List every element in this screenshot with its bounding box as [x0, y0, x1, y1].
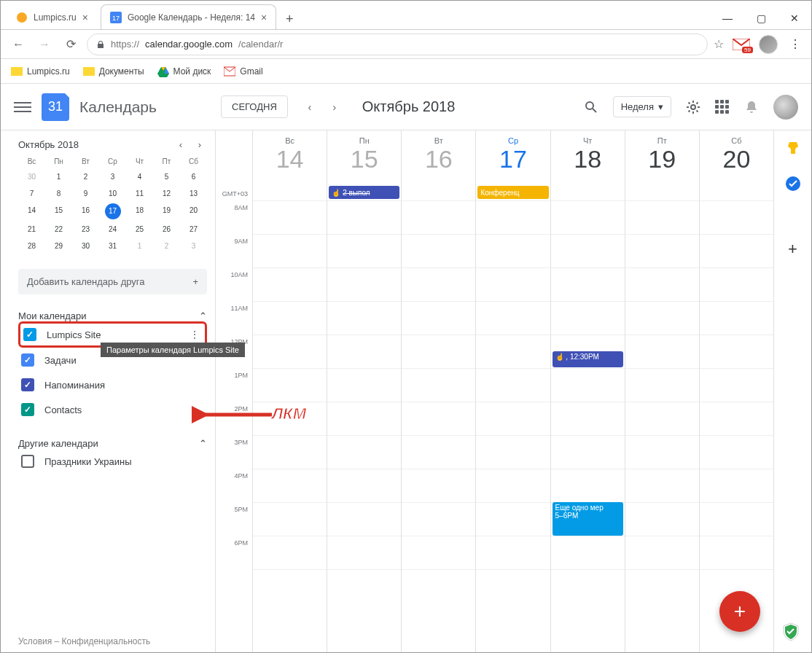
day-column[interactable] — [327, 200, 401, 652]
browser-profile-avatar[interactable] — [759, 35, 778, 54]
mini-day[interactable]: 6 — [180, 168, 207, 185]
mini-day[interactable]: 23 — [72, 221, 99, 238]
today-button[interactable]: СЕГОДНЯ — [221, 95, 288, 118]
footer-links[interactable]: Условия – Конфиденциальность — [18, 627, 207, 652]
mini-day[interactable]: 15 — [45, 202, 72, 221]
calendar-event[interactable]: ☝ , 12:30PM — [553, 351, 623, 367]
calendar-item[interactable]: Праздники Украины — [18, 449, 207, 474]
bookmark-item[interactable]: Gmail — [224, 66, 262, 77]
calendar-checkbox[interactable] — [21, 455, 34, 468]
calendar-checkbox[interactable] — [21, 403, 34, 416]
adguard-shield-icon[interactable] — [781, 622, 801, 642]
mini-day[interactable]: 22 — [45, 221, 72, 238]
day-header[interactable]: Вт16 — [401, 130, 475, 200]
bookmark-item[interactable]: Документы — [83, 66, 144, 77]
mini-day[interactable]: 30 — [18, 168, 45, 185]
mini-day[interactable]: 10 — [99, 185, 126, 202]
mini-day[interactable]: 1 — [45, 168, 72, 185]
mini-day[interactable]: 9 — [72, 185, 99, 202]
collapse-icon[interactable]: ⌃ — [199, 438, 207, 449]
window-minimize[interactable]: — — [711, 1, 744, 36]
day-header[interactable]: Чт18 — [550, 130, 625, 200]
window-close[interactable]: ✕ — [778, 1, 811, 36]
gmail-notifier[interactable]: 59 — [733, 39, 750, 50]
collapse-icon[interactable]: ⌃ — [199, 310, 207, 321]
day-header[interactable]: Вс14 — [252, 130, 327, 200]
mini-day[interactable]: 24 — [99, 221, 126, 238]
mini-day[interactable]: 3 — [99, 168, 126, 185]
address-bar[interactable]: https://calendar.google.com/calendar/r — [87, 34, 708, 55]
reload-button[interactable]: ⟳ — [60, 34, 81, 55]
browser-menu-icon[interactable]: ⋮ — [786, 37, 804, 51]
mini-day[interactable]: 2 — [153, 238, 180, 254]
browser-tab-2[interactable]: 17 Google Календарь - Неделя: 14 × — [101, 4, 276, 29]
mini-day[interactable]: 8 — [45, 185, 72, 202]
settings-gear-icon[interactable] — [682, 95, 705, 119]
close-icon[interactable]: × — [261, 12, 267, 23]
mini-day[interactable]: 12 — [153, 185, 180, 202]
mini-day[interactable]: 20 — [180, 202, 207, 221]
mini-day[interactable]: 29 — [45, 238, 72, 254]
calendar-item[interactable]: Contacts — [18, 397, 207, 422]
next-week-button[interactable]: › — [323, 95, 346, 119]
calendar-checkbox[interactable] — [23, 328, 36, 341]
main-menu-icon[interactable] — [14, 98, 31, 116]
addons-plus-icon[interactable]: + — [788, 240, 797, 259]
mini-day[interactable]: 21 — [18, 221, 45, 238]
bookmark-item[interactable]: Мой диск — [157, 66, 211, 77]
allday-event[interactable]: ☝2 выпол — [329, 186, 399, 199]
day-column[interactable] — [475, 200, 550, 652]
mini-day[interactable]: 27 — [180, 221, 207, 238]
day-header[interactable]: Ср17Конференц — [475, 130, 550, 200]
mini-day[interactable]: 18 — [126, 202, 153, 221]
bookmark-item[interactable]: Lumpics.ru — [11, 66, 70, 77]
add-friend-calendar[interactable]: Добавить календарь друга + — [18, 269, 207, 294]
calendar-event[interactable]: Еще одно мер 5–6PM — [553, 502, 623, 536]
mini-day[interactable]: 11 — [126, 185, 153, 202]
mini-day[interactable]: 5 — [153, 168, 180, 185]
day-header[interactable]: Пн15☝2 выпол — [327, 130, 401, 200]
day-column[interactable] — [252, 200, 327, 652]
back-button[interactable]: ← — [8, 34, 28, 55]
tasks-icon[interactable] — [785, 176, 801, 192]
mini-day[interactable]: 13 — [180, 185, 207, 202]
create-event-fab[interactable]: + — [719, 591, 760, 632]
calendar-options-icon[interactable]: ⋮ — [187, 329, 202, 340]
calendar-item[interactable]: Lumpics Site⋮Параметры календаря Lumpics… — [18, 321, 207, 348]
calendar-item[interactable]: Напоминания — [18, 372, 207, 397]
mini-day[interactable]: 3 — [180, 238, 207, 254]
mini-day[interactable]: 17 — [105, 203, 121, 219]
calendar-checkbox[interactable] — [21, 378, 34, 391]
bookmark-star-icon[interactable]: ☆ — [714, 37, 724, 51]
mini-day[interactable]: 14 — [18, 202, 45, 221]
day-column[interactable] — [699, 200, 773, 652]
mini-day[interactable]: 4 — [126, 168, 153, 185]
mini-day[interactable]: 7 — [18, 185, 45, 202]
mini-next-month[interactable]: › — [192, 139, 207, 150]
mini-day[interactable]: 19 — [153, 202, 180, 221]
notifications-bell-icon[interactable] — [740, 95, 763, 119]
window-maximize[interactable]: ▢ — [744, 1, 778, 36]
search-icon[interactable] — [579, 95, 603, 119]
account-avatar[interactable] — [773, 95, 798, 120]
day-header[interactable]: Сб20 — [699, 130, 773, 200]
mini-day[interactable]: 28 — [18, 238, 45, 254]
mini-day[interactable]: 30 — [72, 238, 99, 254]
mini-day[interactable]: 31 — [99, 238, 126, 254]
browser-tab-1[interactable]: Lumpics.ru × — [7, 4, 98, 29]
mini-day[interactable]: 25 — [126, 221, 153, 238]
keep-icon[interactable] — [785, 141, 801, 157]
mini-prev-month[interactable]: ‹ — [173, 139, 188, 150]
close-icon[interactable]: × — [82, 12, 88, 23]
mini-day[interactable]: 16 — [72, 202, 99, 221]
google-apps-icon[interactable] — [715, 100, 730, 114]
day-column[interactable] — [401, 200, 475, 652]
mini-day[interactable]: 26 — [153, 221, 180, 238]
forward-button[interactable]: → — [34, 34, 55, 55]
calendar-checkbox[interactable] — [21, 353, 34, 367]
day-header[interactable]: Пт19 — [625, 130, 699, 200]
mini-day[interactable]: 1 — [126, 238, 153, 254]
allday-event[interactable]: Конференц — [477, 186, 548, 199]
mini-calendar[interactable]: ВсПнВтСрЧтПтСб30123456789101112131415161… — [18, 155, 207, 254]
view-selector[interactable]: Неделя▾ — [613, 96, 671, 117]
